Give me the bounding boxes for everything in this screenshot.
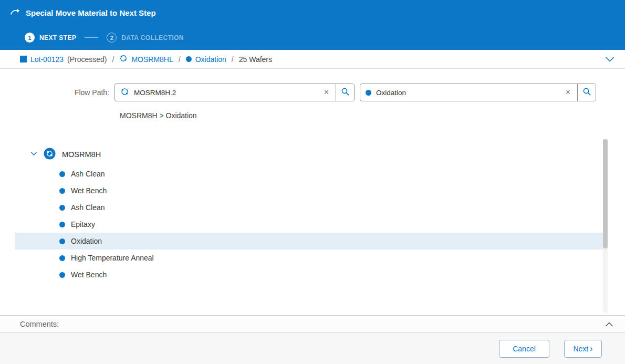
breadcrumb-flow-label: MOSRM8HL: [131, 55, 173, 64]
flow-search-group: ×: [114, 84, 355, 101]
tree-row[interactable]: Wet Bench: [15, 266, 603, 283]
tree-root-label: MOSRM8H: [62, 150, 101, 159]
flow-search-box: ×: [115, 84, 336, 101]
flow-clear-button[interactable]: ×: [320, 88, 332, 97]
step-dot-icon: [366, 90, 371, 96]
next-button-label: Next: [573, 345, 588, 353]
tree-root-node[interactable]: MOSRM8H: [0, 145, 603, 163]
tree-row-selected[interactable]: Oxidation: [15, 233, 603, 249]
flow-icon: [119, 54, 128, 64]
scrollbar-thumb[interactable]: [603, 139, 608, 248]
wizard-stepper: 1 NEXT STEP 2 DATA COLLECTION: [0, 25, 625, 50]
step-search-box: ×: [360, 84, 577, 101]
tree-row[interactable]: Wet Bench: [15, 182, 603, 199]
lot-state: (Processed): [67, 55, 107, 64]
chevron-down-icon[interactable]: [30, 150, 37, 159]
step-2-label: DATA COLLECTION: [121, 34, 183, 41]
tree-row[interactable]: High Temperature Anneal: [15, 249, 603, 266]
flow-path-label: Flow Path:: [0, 88, 114, 97]
breadcrumb-separator: /: [112, 55, 114, 64]
step-dot-icon: [59, 188, 65, 194]
flow-step-tree: MOSRM8H Ash Clean Wet Bench Ash Clean Ep…: [0, 145, 603, 283]
breadcrumb-flow-link[interactable]: MOSRM8HL: [119, 54, 173, 64]
step-1-label: NEXT STEP: [39, 34, 76, 41]
flow-icon: [120, 87, 129, 98]
step-clear-button[interactable]: ×: [562, 88, 574, 97]
dialog-title: Special Move Material to Next Step: [26, 8, 156, 17]
breadcrumb-lot-link[interactable]: Lot-00123: [30, 55, 64, 64]
step-search-input[interactable]: [376, 89, 557, 97]
flow-search-input[interactable]: [134, 89, 316, 97]
tree-step-label: High Temperature Anneal: [71, 254, 154, 262]
breadcrumb-separator: /: [179, 55, 181, 64]
step-dot-icon: [59, 255, 65, 261]
tree-children: Ash Clean Wet Bench Ash Clean Epitaxy Ox…: [0, 165, 603, 283]
tree-row[interactable]: Epitaxy: [15, 216, 603, 233]
step-dot-icon: [59, 171, 65, 177]
dialog-footer: Cancel Next ›: [0, 333, 625, 364]
comments-collapse-chevron-up-icon[interactable]: [605, 321, 613, 327]
step-data-collection[interactable]: 2 DATA COLLECTION: [107, 33, 183, 43]
step-2-circle: 2: [107, 33, 117, 43]
comments-section: Comments:: [0, 315, 625, 333]
breadcrumb-collapse-chevron-down-icon[interactable]: [605, 56, 614, 63]
step-connector: [85, 37, 98, 38]
step-next-step[interactable]: 1 NEXT STEP: [25, 33, 76, 43]
tree-step-label: Oxidation: [71, 237, 102, 245]
step-search-button[interactable]: [577, 84, 596, 101]
tree-step-label: Wet Bench: [71, 271, 107, 279]
next-button[interactable]: Next ›: [564, 340, 602, 358]
step-search-group: ×: [360, 84, 596, 101]
comments-label: Comments:: [20, 320, 59, 328]
breadcrumb-step-label: Oxidation: [195, 55, 226, 64]
step-dot-icon: [59, 238, 65, 244]
move-next-icon: [10, 7, 20, 18]
breadcrumb: Lot-00123 (Processed) / MOSRM8HL / Oxida…: [0, 50, 625, 69]
step-dot-icon: [59, 205, 65, 211]
step-dot-icon: [59, 222, 65, 227]
search-icon: [582, 87, 591, 98]
dialog-header: Special Move Material to Next Step: [0, 0, 625, 25]
cancel-button[interactable]: Cancel: [499, 340, 549, 358]
flow-path-preview: MOSRM8H > Oxidation: [120, 111, 197, 120]
tree-step-label: Wet Bench: [71, 186, 107, 195]
tree-step-label: Epitaxy: [71, 220, 95, 228]
step-1-circle: 1: [25, 33, 35, 43]
lot-icon: [20, 56, 27, 63]
search-icon: [341, 87, 350, 98]
flow-root-icon: [44, 148, 56, 162]
breadcrumb-step-link[interactable]: Oxidation: [186, 55, 226, 64]
flow-path-row: Flow Path: ×: [0, 84, 596, 101]
breadcrumb-material-count: 25 Wafers: [239, 55, 272, 64]
tree-row[interactable]: Ash Clean: [15, 165, 603, 182]
chevron-right-icon: ›: [590, 345, 592, 353]
breadcrumb-separator: /: [232, 55, 234, 64]
tree-step-label: Ash Clean: [71, 203, 105, 212]
step-dot-icon: [59, 272, 65, 278]
flow-search-button[interactable]: [336, 84, 354, 101]
tree-row[interactable]: Ash Clean: [15, 199, 603, 216]
tree-step-label: Ash Clean: [71, 170, 105, 178]
vertical-scrollbar[interactable]: [603, 139, 608, 313]
step-dot-icon: [186, 56, 192, 62]
